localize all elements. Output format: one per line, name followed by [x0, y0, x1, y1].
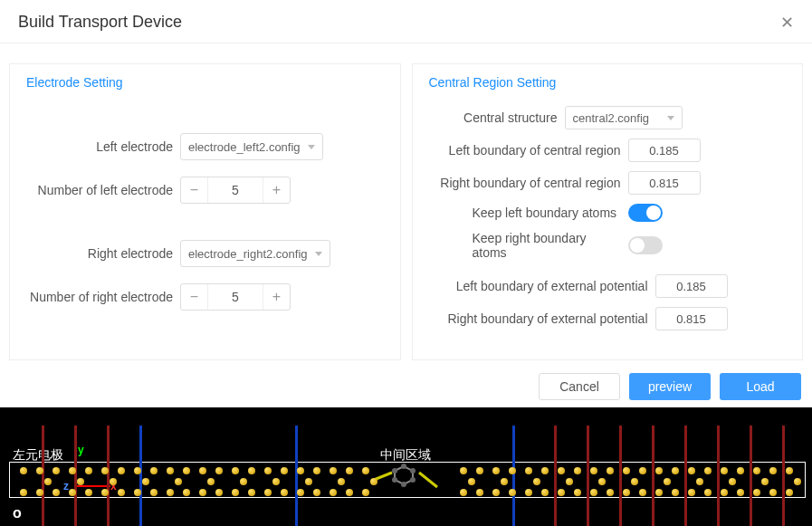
- atom-icon: [240, 478, 247, 485]
- keep-right-toggle[interactable]: [628, 236, 663, 254]
- atom-icon: [737, 467, 744, 474]
- svg-line-1: [419, 473, 437, 487]
- atom-icon: [110, 478, 117, 485]
- left-boundary-input[interactable]: 0.185: [628, 139, 701, 162]
- left-ext-label: Left boundary of external potential: [429, 279, 655, 293]
- svg-point-7: [401, 482, 406, 487]
- atom-icon: [281, 489, 288, 496]
- atom-icon: [509, 467, 516, 474]
- atom-icon: [370, 478, 377, 485]
- atom-icon: [769, 489, 777, 496]
- left-ext-input[interactable]: 0.185: [655, 274, 728, 298]
- right-electrode-select[interactable]: electrode_right2.config: [180, 240, 330, 267]
- increment-button[interactable]: +: [263, 284, 290, 310]
- atom-icon: [297, 489, 304, 496]
- cancel-button[interactable]: Cancel: [539, 373, 620, 400]
- num-left-stepper[interactable]: − 5 +: [180, 177, 291, 204]
- atom-icon: [655, 467, 663, 474]
- atom-icon: [525, 467, 532, 474]
- atom-icon: [36, 467, 43, 474]
- atom-icon: [20, 489, 27, 496]
- axis-z-label: z: [63, 480, 69, 493]
- right-ext-input[interactable]: 0.815: [655, 307, 728, 330]
- electrode-marker: [782, 426, 785, 526]
- atom-icon: [167, 489, 174, 496]
- decrement-button[interactable]: −: [181, 177, 208, 203]
- atom-icon: [541, 467, 549, 474]
- atom-icon: [101, 489, 109, 496]
- settings-panels: Electrode Setting Left electrode electro…: [0, 43, 812, 369]
- close-icon[interactable]: ✕: [780, 14, 794, 31]
- atom-icon: [183, 489, 190, 496]
- region-marker: [139, 426, 142, 526]
- atom-icon: [786, 489, 793, 496]
- electrode-marker: [587, 426, 589, 526]
- atom-icon: [272, 478, 280, 485]
- right-electrode-label: Right electrode: [26, 246, 180, 261]
- atom-icon: [794, 478, 801, 485]
- decrement-button[interactable]: −: [181, 284, 208, 310]
- atom-icon: [476, 489, 483, 496]
- right-boundary-label: Right boundary of central region: [429, 176, 628, 190]
- dialog-header: Build Transport Device ✕: [0, 0, 812, 43]
- right-ext-row: Right boundary of external potential 0.8…: [429, 307, 787, 330]
- atom-icon: [175, 478, 182, 485]
- atom-icon: [330, 467, 337, 474]
- electrode-marker: [554, 426, 557, 526]
- atom-icon: [118, 467, 125, 474]
- build-transport-device-dialog: Build Transport Device ✕ Electrode Setti…: [0, 0, 812, 526]
- preview-button[interactable]: preview: [629, 373, 711, 400]
- central-structure-label: Central structure: [429, 110, 565, 125]
- atom-icon: [167, 467, 174, 474]
- atom-icon: [362, 467, 369, 474]
- atom-icon: [134, 467, 141, 474]
- atom-icon: [232, 489, 239, 496]
- atom-icon: [346, 467, 353, 474]
- num-right-stepper[interactable]: − 5 +: [180, 283, 291, 311]
- central-structure-select[interactable]: central2.config: [565, 106, 683, 129]
- right-boundary-input[interactable]: 0.815: [628, 171, 701, 195]
- atom-icon: [590, 467, 597, 474]
- atom-icon: [664, 478, 671, 485]
- svg-point-4: [401, 464, 406, 469]
- atom-icon: [297, 467, 304, 474]
- num-left-label: Number of left electrode: [26, 183, 180, 197]
- svg-point-8: [392, 477, 397, 483]
- atom-icon: [305, 478, 312, 485]
- axis-x-icon: [74, 485, 110, 487]
- chevron-down-icon: [667, 116, 674, 120]
- atom-icon: [134, 489, 141, 496]
- atom-icon: [36, 489, 43, 496]
- atom-icon: [248, 489, 255, 496]
- electrode-marker: [42, 426, 44, 526]
- atom-icon: [199, 489, 206, 496]
- atom-icon: [574, 467, 581, 474]
- atom-icon: [688, 467, 695, 474]
- keep-left-toggle[interactable]: [628, 204, 663, 222]
- atom-icon: [69, 489, 76, 496]
- atom-icon: [264, 489, 272, 496]
- keep-right-label: Keep right boundary atoms: [429, 231, 628, 260]
- atom-icon: [85, 467, 92, 474]
- atom-icon: [639, 467, 646, 474]
- origin-label: o: [13, 505, 22, 521]
- left-electrode-select[interactable]: electrode_left2.config: [180, 133, 323, 160]
- num-left-row: Number of left electrode − 5 +: [26, 177, 384, 204]
- electrode-marker: [717, 426, 720, 526]
- atom-icon: [77, 478, 84, 485]
- molecule-icon: [369, 462, 442, 498]
- atom-icon: [492, 489, 500, 496]
- atom-icon: [721, 467, 728, 474]
- atom-icon: [199, 467, 206, 474]
- electrode-setting-panel: Electrode Setting Left electrode electro…: [9, 63, 401, 360]
- central-structure-row: Central structure central2.config: [429, 106, 787, 129]
- structure-viewer[interactable]: 左元电极 中间区域 y x z o: [0, 407, 812, 526]
- left-boundary-label: Left boundary of central region: [429, 143, 628, 158]
- atom-icon: [281, 467, 288, 474]
- atom-icon: [696, 478, 703, 485]
- increment-button[interactable]: +: [263, 177, 290, 203]
- atom-icon: [85, 489, 92, 496]
- keep-left-row: Keep left boundary atoms: [429, 204, 787, 222]
- atom-icon: [346, 489, 353, 496]
- load-button[interactable]: Load: [720, 373, 801, 400]
